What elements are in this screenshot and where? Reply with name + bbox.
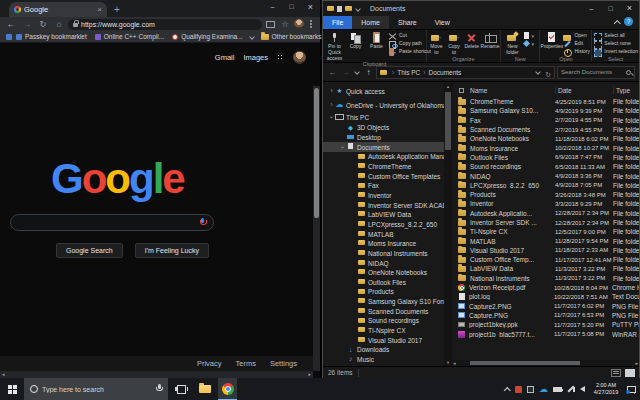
file-row[interactable]: Outlook Files 6/9/2018 7:47 PM File fold… xyxy=(452,153,639,162)
volume-icon[interactable] xyxy=(580,386,585,392)
file-row[interactable]: Sound recordings 6/5/2018 11:33 AM File … xyxy=(452,162,639,171)
ribbon-button[interactable]: Copy xyxy=(345,31,366,61)
google-apps-grid-icon[interactable] xyxy=(277,54,284,61)
nav-item[interactable]: OneDrive - University of Oklahoma xyxy=(323,98,444,112)
select-all-checkbox[interactable] xyxy=(459,88,464,93)
battery-icon[interactable] xyxy=(553,387,562,392)
forward-icon[interactable] xyxy=(340,68,351,77)
profile-avatar[interactable] xyxy=(294,19,304,29)
up-icon[interactable] xyxy=(363,68,374,77)
bookmark-item[interactable]: Passkey bookmarklet xyxy=(16,33,87,40)
nav-item[interactable]: Inventor xyxy=(323,191,444,201)
breadcrumb-segment[interactable]: This PC xyxy=(389,69,420,76)
footer-link[interactable]: Settings xyxy=(270,359,297,368)
footer-link[interactable]: Terms xyxy=(235,359,255,368)
google-account-avatar[interactable] xyxy=(293,51,306,64)
ribbon-button[interactable]: Rename xyxy=(481,31,499,56)
scroll-up-icon[interactable] xyxy=(444,84,452,89)
reload-icon[interactable] xyxy=(36,19,50,29)
scroll-down-icon[interactable] xyxy=(444,360,452,365)
ribbon-tab[interactable]: View xyxy=(426,16,459,29)
file-row[interactable]: Custom Office Temp... 11/17/2017 12:41 A… xyxy=(452,255,639,264)
breadcrumb-segment[interactable]: Documents xyxy=(420,69,461,76)
file-row[interactable]: LPCXpresso_8.2.2_650 4/9/2018 7:05 PM Fi… xyxy=(452,181,639,190)
file-row[interactable]: LabVIEW Data 11/3/2017 3:22 PM File fold… xyxy=(452,264,639,273)
tray-display-icon[interactable] xyxy=(527,386,534,393)
file-row[interactable]: Inventor Server SDK ... 12/28/2017 2:34 … xyxy=(452,218,639,227)
page-horizontal-scrollbar[interactable] xyxy=(0,371,313,378)
nav-item[interactable]: LabVIEW Data xyxy=(323,210,444,220)
nav-item[interactable]: National Instruments xyxy=(323,249,444,259)
nav-item[interactable]: Custom Office Templates xyxy=(323,171,444,181)
ribbon-button[interactable]: New folder xyxy=(502,31,523,56)
ribbon-button[interactable]: Delete xyxy=(463,31,480,56)
nav-item[interactable]: Fax xyxy=(323,181,444,191)
nav-item[interactable]: Samsung Galaxy S10 Fonts xyxy=(323,297,444,307)
file-row[interactable]: Capture2.PNG 11/7/2017 6:02 PM PNG File xyxy=(452,302,639,311)
column-header-date[interactable]: Date xyxy=(555,87,613,94)
ribbon-button[interactable]: Copy to xyxy=(446,31,463,56)
file-row[interactable]: Visual Studio 2017 11/18/2017 2:33 AM Fi… xyxy=(452,246,639,255)
ribbon-small-button[interactable]: Copy path xyxy=(388,40,431,48)
refresh-icon[interactable] xyxy=(545,66,551,79)
ribbon-small-button[interactable]: Select none xyxy=(593,40,638,48)
ribbon-small-button[interactable]: Invert selection xyxy=(593,48,638,56)
minimize-ribbon-icon[interactable] xyxy=(613,18,620,25)
file-explorer-taskbar-button[interactable] xyxy=(195,378,214,400)
forward-icon[interactable] xyxy=(20,19,34,29)
nav-item[interactable]: Inventor Server SDK ACAD 2015 xyxy=(323,200,444,210)
expander-chevron-icon[interactable] xyxy=(328,114,335,121)
ribbon-tab[interactable]: Share xyxy=(389,16,426,29)
help-icon[interactable] xyxy=(624,17,633,26)
nav-item[interactable]: Documents xyxy=(323,142,444,152)
nav-item[interactable]: NIDAQ xyxy=(323,258,444,268)
nav-item[interactable]: Products xyxy=(323,287,444,297)
chrome-tab-google[interactable]: Google xyxy=(9,2,107,17)
nav-item[interactable]: LPCXpresso_8.2.2_650 xyxy=(323,220,444,230)
ribbon-small-button[interactable]: Select all xyxy=(593,32,638,40)
file-row[interactable]: Inventor 3/3/2018 9:29 PM File folder xyxy=(452,199,639,208)
ribbon-small-button[interactable]: Edit xyxy=(563,40,590,48)
new-tab-button[interactable] xyxy=(114,4,120,15)
nav-item[interactable]: This PC xyxy=(323,112,444,123)
bookmark-item[interactable]: Qualifying Examina... xyxy=(172,33,242,40)
nav-item[interactable]: Moms Insurance xyxy=(323,239,444,249)
ribbon-small-button[interactable] xyxy=(524,32,535,40)
file-row[interactable]: Samsung Galaxy S10... 4/9/2019 9:39 PM F… xyxy=(452,106,639,115)
navigation-scrollbar[interactable] xyxy=(444,83,452,366)
file-row[interactable]: TI-Nspire CX 12/5/2017 9:00 PM File fold… xyxy=(452,227,639,236)
column-header-type[interactable]: Type xyxy=(613,87,639,94)
file-row[interactable]: OneNote Notebooks 11/18/2018 6:02 PM Fil… xyxy=(452,134,639,143)
ribbon-small-button[interactable]: Paste shortcut xyxy=(388,48,431,56)
footer-link[interactable]: Privacy xyxy=(197,359,222,368)
nav-item[interactable]: 3D Objects xyxy=(323,123,444,133)
tab-close-icon[interactable] xyxy=(97,6,102,14)
expander-chevron-icon[interactable] xyxy=(328,88,335,95)
recent-locations-chevron-icon[interactable] xyxy=(353,68,361,76)
file-row[interactable]: MATLAB 11/28/2017 9:54 PM File folder xyxy=(452,236,639,245)
voice-search-mic-icon[interactable] xyxy=(199,218,206,228)
nav-item[interactable]: ChromeTheme xyxy=(323,162,444,172)
nav-item[interactable]: Desktop xyxy=(323,133,444,143)
minimize-button[interactable] xyxy=(582,1,601,16)
file-row[interactable]: ChromeTheme 4/25/2019 8:51 PM File folde… xyxy=(452,97,639,106)
ribbon-button[interactable]: Pin to Quick access xyxy=(324,31,345,61)
images-link[interactable]: Images xyxy=(243,53,268,62)
file-row[interactable]: plot.log 10/22/2018 7:51 AM Text Documen… xyxy=(452,292,639,301)
file-row[interactable]: Autodesk Applicatio... 12/28/2017 2:34 P… xyxy=(452,209,639,218)
file-row[interactable]: project1b_blac5777.t... 11/7/2017 5:08 P… xyxy=(452,329,639,338)
hidden-icons-chevron-icon[interactable] xyxy=(503,386,510,393)
scrollbar-thumb[interactable] xyxy=(470,361,580,365)
scroll-right-icon[interactable] xyxy=(308,371,311,378)
apps-shortcut-icon[interactable] xyxy=(6,34,12,40)
home-icon[interactable] xyxy=(52,19,66,29)
file-row[interactable]: project1bkey.ppk 11/7/2017 5:20 PM PuTTY… xyxy=(452,320,639,329)
gmail-link[interactable]: Gmail xyxy=(215,53,235,62)
details-view-toggle[interactable] xyxy=(611,369,621,377)
chrome-taskbar-button[interactable] xyxy=(218,378,237,400)
ribbon-small-button[interactable] xyxy=(524,40,535,48)
scrollbar-thumb[interactable] xyxy=(445,92,451,150)
ribbon-tab[interactable]: Home xyxy=(352,16,389,29)
ribbon-small-button[interactable]: Cut xyxy=(388,32,431,40)
maximize-button[interactable] xyxy=(601,1,620,16)
